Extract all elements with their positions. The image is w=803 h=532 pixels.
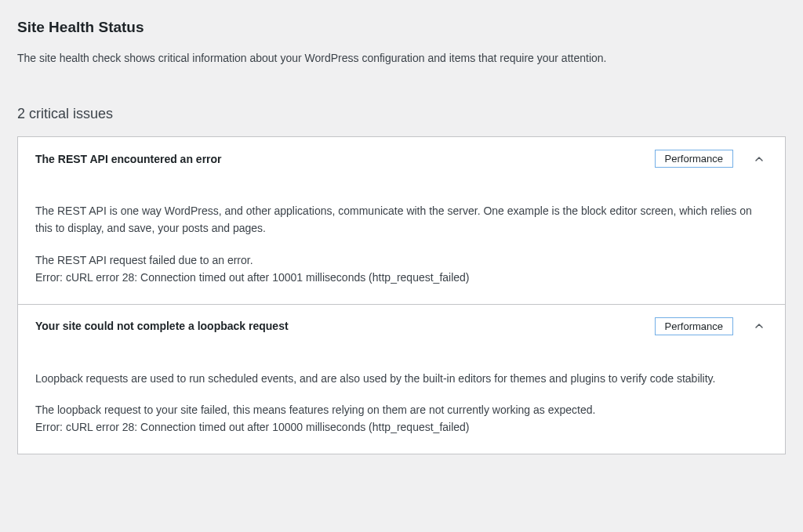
issue-meta: Performance bbox=[655, 150, 768, 168]
issues-count: 2 critical issues bbox=[17, 106, 786, 122]
issue-text: The REST API request failed due to an er… bbox=[35, 252, 768, 287]
issue-title: The REST API encountered an error bbox=[35, 153, 222, 165]
page-intro: The site health check shows critical inf… bbox=[17, 50, 786, 67]
issue-toggle[interactable]: The REST API encountered an error Perfor… bbox=[35, 150, 768, 168]
issue-item: Your site could not complete a loopback … bbox=[18, 304, 785, 454]
issue-item: The REST API encountered an error Perfor… bbox=[18, 137, 785, 304]
page-title: Site Health Status bbox=[17, 19, 786, 36]
issue-text: Loopback requests are used to run schedu… bbox=[35, 370, 768, 387]
issue-body: The REST API is one way WordPress, and o… bbox=[35, 202, 768, 287]
issue-body: Loopback requests are used to run schedu… bbox=[35, 370, 768, 436]
issue-meta: Performance bbox=[655, 317, 768, 335]
issue-toggle[interactable]: Your site could not complete a loopback … bbox=[35, 317, 768, 335]
issue-text: The loopback request to your site failed… bbox=[35, 401, 768, 436]
issues-list: The REST API encountered an error Perfor… bbox=[17, 136, 786, 454]
issue-category-badge: Performance bbox=[655, 317, 733, 335]
chevron-up-icon bbox=[750, 150, 768, 168]
issue-title: Your site could not complete a loopback … bbox=[35, 320, 289, 332]
issue-category-badge: Performance bbox=[655, 150, 733, 168]
chevron-up-icon bbox=[750, 317, 768, 335]
issue-text: The REST API is one way WordPress, and o… bbox=[35, 202, 768, 237]
